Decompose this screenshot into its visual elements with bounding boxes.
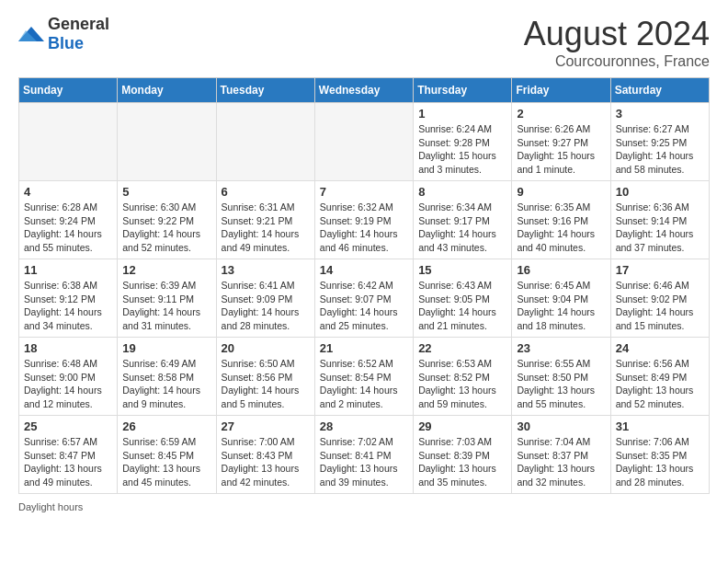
day-info: Sunrise: 6:59 AM Sunset: 8:45 PM Dayligh…	[122, 435, 210, 489]
day-of-week-header: Wednesday	[314, 78, 413, 103]
day-number: 14	[320, 263, 408, 277]
day-info: Sunrise: 6:41 AM Sunset: 9:09 PM Dayligh…	[222, 279, 310, 333]
day-info: Sunrise: 6:49 AM Sunset: 8:58 PM Dayligh…	[122, 357, 210, 411]
calendar-day-cell: 5Sunrise: 6:30 AM Sunset: 9:22 PM Daylig…	[118, 181, 216, 259]
calendar-day-cell: 31Sunrise: 7:06 AM Sunset: 8:35 PM Dayli…	[610, 416, 709, 494]
day-info: Sunrise: 6:27 AM Sunset: 9:25 PM Dayligh…	[616, 122, 704, 177]
calendar-day-cell: 20Sunrise: 6:50 AM Sunset: 8:56 PM Dayli…	[216, 338, 314, 416]
day-number: 9	[517, 185, 605, 199]
logo-general: General	[48, 15, 109, 33]
day-info: Sunrise: 6:30 AM Sunset: 9:22 PM Dayligh…	[122, 201, 210, 255]
logo-blue: Blue	[48, 34, 84, 52]
calendar-week-row: 25Sunrise: 6:57 AM Sunset: 8:47 PM Dayli…	[19, 416, 710, 494]
calendar-week-row: 11Sunrise: 6:38 AM Sunset: 9:12 PM Dayli…	[19, 259, 710, 338]
day-number: 15	[418, 263, 506, 277]
day-info: Sunrise: 6:31 AM Sunset: 9:21 PM Dayligh…	[222, 201, 310, 255]
day-info: Sunrise: 6:46 AM Sunset: 9:02 PM Dayligh…	[616, 279, 704, 333]
day-info: Sunrise: 7:00 AM Sunset: 8:43 PM Dayligh…	[222, 435, 310, 489]
day-info: Sunrise: 6:26 AM Sunset: 9:27 PM Dayligh…	[517, 122, 605, 177]
calendar-table: SundayMondayTuesdayWednesdayThursdayFrid…	[18, 77, 710, 494]
calendar-day-cell	[118, 103, 216, 181]
day-number: 24	[616, 341, 704, 355]
day-number: 5	[122, 185, 210, 199]
day-of-week-header: Saturday	[610, 78, 709, 103]
day-info: Sunrise: 7:04 AM Sunset: 8:37 PM Dayligh…	[517, 435, 605, 489]
calendar-day-cell: 4Sunrise: 6:28 AM Sunset: 9:24 PM Daylig…	[19, 181, 118, 259]
day-info: Sunrise: 6:55 AM Sunset: 8:50 PM Dayligh…	[517, 357, 605, 411]
title-area: August 2024 Courcouronnes, France	[524, 15, 710, 70]
day-info: Sunrise: 7:03 AM Sunset: 8:39 PM Dayligh…	[418, 435, 506, 489]
day-info: Sunrise: 6:43 AM Sunset: 9:05 PM Dayligh…	[418, 279, 506, 333]
day-number: 12	[122, 263, 210, 277]
day-number: 29	[418, 419, 506, 433]
calendar-day-cell: 18Sunrise: 6:48 AM Sunset: 9:00 PM Dayli…	[19, 338, 118, 416]
calendar-day-cell	[19, 103, 118, 181]
calendar-day-cell: 15Sunrise: 6:43 AM Sunset: 9:05 PM Dayli…	[414, 259, 512, 338]
day-info: Sunrise: 6:52 AM Sunset: 8:54 PM Dayligh…	[320, 357, 408, 411]
calendar-day-cell: 2Sunrise: 6:26 AM Sunset: 9:27 PM Daylig…	[512, 103, 610, 181]
day-info: Sunrise: 6:28 AM Sunset: 9:24 PM Dayligh…	[24, 201, 112, 255]
calendar-day-cell: 9Sunrise: 6:35 AM Sunset: 9:16 PM Daylig…	[512, 181, 610, 259]
day-of-week-header: Sunday	[19, 78, 118, 103]
day-info: Sunrise: 6:42 AM Sunset: 9:07 PM Dayligh…	[320, 279, 408, 333]
calendar-day-cell: 1Sunrise: 6:24 AM Sunset: 9:28 PM Daylig…	[414, 103, 512, 181]
day-number: 11	[24, 263, 112, 277]
calendar-day-cell: 30Sunrise: 7:04 AM Sunset: 8:37 PM Dayli…	[512, 416, 610, 494]
day-number: 18	[24, 341, 112, 355]
calendar-day-cell: 23Sunrise: 6:55 AM Sunset: 8:50 PM Dayli…	[512, 338, 610, 416]
calendar-day-cell: 13Sunrise: 6:41 AM Sunset: 9:09 PM Dayli…	[216, 259, 314, 338]
day-number: 13	[222, 263, 310, 277]
day-info: Sunrise: 6:34 AM Sunset: 9:17 PM Dayligh…	[418, 201, 506, 255]
day-info: Sunrise: 6:48 AM Sunset: 9:00 PM Dayligh…	[24, 357, 112, 411]
calendar-day-cell: 16Sunrise: 6:45 AM Sunset: 9:04 PM Dayli…	[512, 259, 610, 338]
calendar-day-cell: 6Sunrise: 6:31 AM Sunset: 9:21 PM Daylig…	[216, 181, 314, 259]
calendar-day-cell: 24Sunrise: 6:56 AM Sunset: 8:49 PM Dayli…	[610, 338, 709, 416]
day-number: 7	[320, 185, 408, 199]
day-number: 23	[517, 341, 605, 355]
day-number: 2	[517, 107, 605, 121]
calendar-week-row: 18Sunrise: 6:48 AM Sunset: 9:00 PM Dayli…	[19, 338, 710, 416]
calendar-day-cell: 11Sunrise: 6:38 AM Sunset: 9:12 PM Dayli…	[19, 259, 118, 338]
day-number: 1	[418, 107, 506, 121]
calendar-day-cell: 3Sunrise: 6:27 AM Sunset: 9:25 PM Daylig…	[610, 103, 709, 181]
day-of-week-header: Monday	[118, 78, 216, 103]
calendar-week-row: 1Sunrise: 6:24 AM Sunset: 9:28 PM Daylig…	[19, 103, 710, 181]
day-number: 19	[122, 341, 210, 355]
day-info: Sunrise: 6:38 AM Sunset: 9:12 PM Dayligh…	[24, 279, 112, 333]
logo-text: General Blue	[48, 15, 109, 53]
calendar-day-cell: 27Sunrise: 7:00 AM Sunset: 8:43 PM Dayli…	[216, 416, 314, 494]
calendar-day-cell: 12Sunrise: 6:39 AM Sunset: 9:11 PM Dayli…	[118, 259, 216, 338]
calendar-day-cell: 14Sunrise: 6:42 AM Sunset: 9:07 PM Dayli…	[314, 259, 413, 338]
day-of-week-header: Thursday	[414, 78, 512, 103]
calendar-week-row: 4Sunrise: 6:28 AM Sunset: 9:24 PM Daylig…	[19, 181, 710, 259]
day-number: 8	[418, 185, 506, 199]
day-info: Sunrise: 6:24 AM Sunset: 9:28 PM Dayligh…	[418, 122, 506, 177]
day-number: 21	[320, 341, 408, 355]
header: General Blue August 2024 Courcouronnes, …	[18, 15, 710, 70]
day-header-row: SundayMondayTuesdayWednesdayThursdayFrid…	[19, 78, 710, 103]
day-info: Sunrise: 6:57 AM Sunset: 8:47 PM Dayligh…	[24, 435, 112, 489]
day-info: Sunrise: 6:39 AM Sunset: 9:11 PM Dayligh…	[122, 279, 210, 333]
logo: General Blue	[18, 15, 109, 53]
day-number: 25	[24, 419, 112, 433]
calendar-day-cell: 28Sunrise: 7:02 AM Sunset: 8:41 PM Dayli…	[314, 416, 413, 494]
day-number: 31	[616, 419, 704, 433]
daylight-label: Daylight hours	[18, 501, 83, 512]
day-of-week-header: Tuesday	[216, 78, 314, 103]
day-info: Sunrise: 6:32 AM Sunset: 9:19 PM Dayligh…	[320, 201, 408, 255]
calendar-day-cell: 7Sunrise: 6:32 AM Sunset: 9:19 PM Daylig…	[314, 181, 413, 259]
day-number: 22	[418, 341, 506, 355]
day-number: 30	[517, 419, 605, 433]
month-year-title: August 2024	[524, 15, 710, 53]
location-title: Courcouronnes, France	[524, 53, 710, 70]
calendar-day-cell: 25Sunrise: 6:57 AM Sunset: 8:47 PM Dayli…	[19, 416, 118, 494]
day-info: Sunrise: 7:02 AM Sunset: 8:41 PM Dayligh…	[320, 435, 408, 489]
day-number: 10	[616, 185, 704, 199]
day-number: 4	[24, 185, 112, 199]
day-number: 26	[122, 419, 210, 433]
calendar-day-cell	[216, 103, 314, 181]
day-number: 28	[320, 419, 408, 433]
logo-icon	[18, 25, 44, 43]
footer-note: Daylight hours	[18, 501, 710, 512]
day-number: 27	[222, 419, 310, 433]
